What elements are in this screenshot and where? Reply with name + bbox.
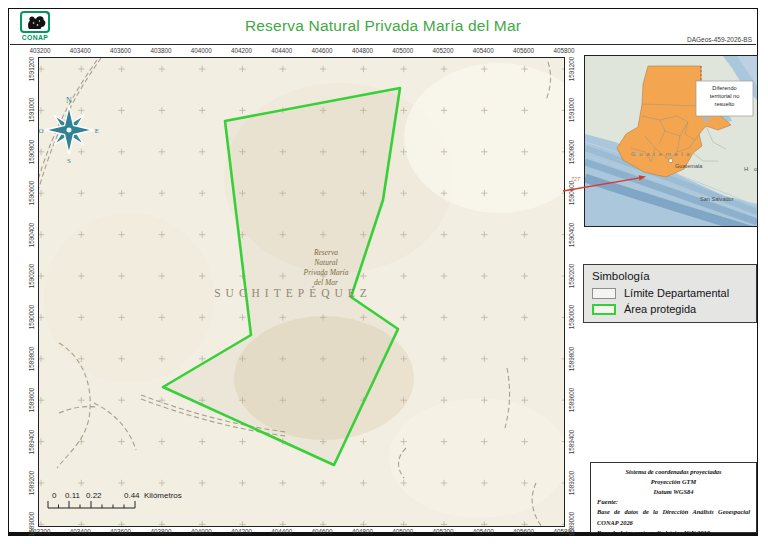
- header: ® CONAP Reserva Natural Privada María de…: [10, 10, 756, 45]
- projection-line: Sistema de coordenadas proyectadas: [597, 467, 750, 477]
- x-coordinate-label: 404200: [231, 47, 252, 54]
- x-coordinate-label: 404000: [191, 528, 212, 535]
- y-coordinate-label: 1589000: [28, 512, 35, 537]
- y-coordinate-label: 1590200: [28, 264, 35, 289]
- y-coordinate-label: 1590800: [568, 140, 575, 165]
- compass-west-label: O: [39, 127, 44, 135]
- y-coordinate-label: 1590400: [568, 222, 575, 247]
- capital-city-label: Guatemala: [675, 163, 703, 169]
- x-coordinate-label: 405400: [473, 47, 494, 54]
- x-coordinate-label: 405000: [392, 47, 413, 54]
- y-coordinate-label: 1591000: [568, 98, 575, 123]
- y-coordinate-label: 1589000: [568, 512, 575, 537]
- compass-south-label: S: [67, 157, 71, 165]
- protected-swatch-icon: [592, 304, 616, 315]
- san-salvador-label: San Salvador: [700, 196, 734, 202]
- scale-tick-label: 0.11: [65, 491, 80, 500]
- y-coordinate-label: 1590000: [28, 305, 35, 330]
- x-coordinate-label: 404600: [312, 47, 333, 54]
- y-coordinate-label: 1590600: [28, 181, 35, 206]
- inset-locator-map: G u a t e m a l a Guatemala San Salvador…: [584, 55, 758, 227]
- x-coordinate-label: 403400: [70, 47, 91, 54]
- terrain-patch: [389, 398, 564, 518]
- legend-title: Simbología: [592, 270, 748, 282]
- inset-canvas: G u a t e m a l a Guatemala San Salvador…: [585, 56, 757, 226]
- source-info-box: Sistema de coordenadas proyectadas Proye…: [590, 462, 757, 533]
- scale-tick-label: 0.22: [86, 491, 102, 500]
- x-coordinate-label: 404400: [271, 47, 292, 54]
- x-coordinate-label: 404000: [191, 47, 212, 54]
- y-coordinate-label: 1591200: [28, 57, 35, 82]
- y-coordinate-label: 1589800: [568, 347, 575, 372]
- x-coordinate-label: 405800: [553, 47, 574, 54]
- y-coordinate-label: 1590200: [568, 264, 575, 289]
- legend-item-protected: Área protegida: [592, 303, 748, 315]
- compass-rose: N E S O: [39, 96, 99, 165]
- x-coordinate-label: 403200: [29, 47, 50, 54]
- x-coordinate-label: 404200: [231, 528, 252, 535]
- legend-item-label: Límite Departamental: [624, 287, 729, 299]
- compass-east-label: E: [95, 127, 99, 135]
- utm-zone-label: 72T: [571, 176, 580, 182]
- y-coordinate-label: 1590000: [568, 305, 575, 330]
- country-label: G u a t e m a l a: [631, 151, 691, 157]
- x-coordinate-label: 404800: [352, 528, 373, 535]
- x-coordinate-label: 405400: [473, 528, 494, 535]
- projection-line: Proyección GTM: [597, 477, 750, 487]
- y-coordinate-label: 1589200: [28, 471, 35, 496]
- y-coordinate-label: 1589600: [28, 388, 35, 413]
- conap-logo-text: CONAP: [18, 34, 52, 41]
- x-coordinate-label: 403800: [150, 47, 171, 54]
- x-coordinate-label: 404400: [271, 528, 292, 535]
- x-coordinate-label: 404800: [352, 47, 373, 54]
- territorial-dispute-callout: Diferendo territorial no resuelto: [696, 81, 753, 116]
- main-map: N E S O Reserva Natural Privada María de…: [38, 57, 565, 527]
- y-coordinate-label: 1589600: [568, 388, 575, 413]
- y-coordinate-label: 1590400: [28, 222, 35, 247]
- source-line: Fuente:: [597, 497, 750, 507]
- legend: Simbología Límite DepartamentalÁrea prot…: [583, 264, 757, 323]
- registered-mark-icon: ®: [46, 11, 49, 16]
- capital-city-marker: [669, 159, 672, 162]
- legend-item-department: Límite Departamental: [592, 287, 748, 299]
- source-line: CONAP 2026: [597, 518, 750, 528]
- compass-north-label: N: [66, 96, 72, 105]
- page-title: Reserva Natural Privada María del Mar: [10, 17, 756, 35]
- honduras-label: H o: [744, 166, 757, 172]
- department-name: SUCHITEPÉQUEZ: [214, 287, 372, 299]
- source-line: Base de datos cartografía básica IGN 201…: [597, 528, 750, 538]
- x-coordinate-label: 404600: [312, 528, 333, 535]
- y-coordinate-label: 1589400: [28, 429, 35, 454]
- department-swatch-icon: [592, 288, 616, 299]
- y-coordinate-label: 1590800: [28, 140, 35, 165]
- svg-text:Diferendo: Diferendo: [712, 85, 736, 91]
- scale-bar-rule: [47, 501, 139, 509]
- source-line: Base de datos de la Dirección Análisis G…: [597, 507, 750, 517]
- x-coordinate-label: 403600: [110, 47, 131, 54]
- y-coordinate-label: 1590600: [568, 181, 575, 206]
- x-coordinate-label: 405200: [432, 528, 453, 535]
- x-coordinate-label: 405600: [513, 47, 534, 54]
- y-coordinate-label: 1591000: [28, 98, 35, 123]
- y-coordinate-label: 1589200: [568, 471, 575, 496]
- x-coordinate-label: 405000: [392, 528, 413, 535]
- scale-tick-label: 0.44: [124, 491, 140, 500]
- terrain-patch: [44, 213, 214, 383]
- svg-text:territorial no: territorial no: [710, 93, 740, 99]
- y-coordinate-label: 1589400: [568, 429, 575, 454]
- y-coordinate-label: 1589800: [28, 347, 35, 372]
- scale-tick-label: 0: [52, 491, 56, 500]
- x-coordinate-label: 403800: [150, 528, 171, 535]
- scale-unit-label: Kilómetros: [144, 491, 182, 500]
- projection-line: Datum WGS84: [597, 487, 750, 497]
- x-coordinate-label: 403600: [110, 528, 131, 535]
- protected-area-name: Reserva Natural Privada María del Mar: [304, 248, 349, 288]
- legend-item-label: Área protegida: [624, 303, 696, 315]
- y-coordinate-label: 1591200: [568, 57, 575, 82]
- document-code: DAGeos-459-2026-BS: [687, 36, 752, 43]
- x-coordinate-label: 403400: [70, 528, 91, 535]
- svg-text:resuelto: resuelto: [715, 101, 735, 107]
- scale-bar: 0 0.11 0.22 0.44 Kilómetros: [47, 491, 237, 513]
- x-coordinate-label: 405200: [432, 47, 453, 54]
- x-coordinate-label: 405600: [513, 528, 534, 535]
